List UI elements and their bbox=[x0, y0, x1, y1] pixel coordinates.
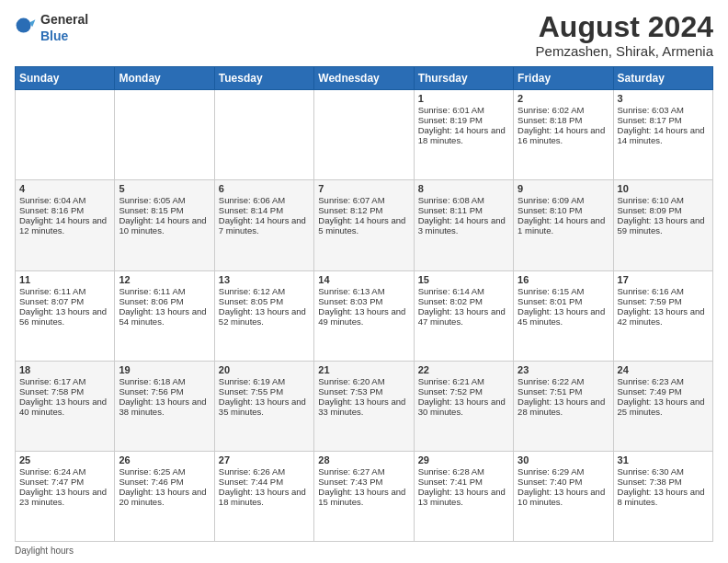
calendar-cell: 26Sunrise: 6:25 AMSunset: 7:46 PMDayligh… bbox=[115, 451, 214, 541]
calendar-cell: 22Sunrise: 6:21 AMSunset: 7:52 PMDayligh… bbox=[414, 361, 513, 451]
day-info: Sunset: 7:56 PM bbox=[119, 386, 210, 396]
day-info: Sunset: 8:16 PM bbox=[19, 205, 110, 215]
day-info: Sunrise: 6:25 AM bbox=[119, 466, 210, 477]
calendar-cell: 18Sunrise: 6:17 AMSunset: 7:58 PMDayligh… bbox=[16, 361, 115, 451]
calendar-cell: 16Sunrise: 6:15 AMSunset: 8:01 PMDayligh… bbox=[514, 270, 613, 361]
day-info: Sunset: 8:17 PM bbox=[618, 115, 709, 125]
title-block: August 2024 Pemzashen, Shirak, Armenia bbox=[536, 11, 713, 59]
day-number: 30 bbox=[518, 454, 609, 465]
calendar-cell: 24Sunrise: 6:23 AMSunset: 7:49 PMDayligh… bbox=[613, 361, 712, 451]
calendar-cell: 30Sunrise: 6:29 AMSunset: 7:40 PMDayligh… bbox=[514, 451, 613, 541]
day-info: Sunset: 8:03 PM bbox=[318, 296, 409, 306]
day-info: Daylight: 13 hours and 47 minutes. bbox=[418, 306, 509, 327]
day-info: Sunrise: 6:03 AM bbox=[618, 105, 709, 115]
day-info: Sunset: 7:41 PM bbox=[418, 477, 509, 487]
day-info: Daylight: 14 hours and 1 minute. bbox=[518, 215, 609, 236]
day-info: Sunset: 8:06 PM bbox=[119, 296, 210, 306]
day-info: Sunrise: 6:24 AM bbox=[19, 466, 110, 477]
day-info: Daylight: 13 hours and 18 minutes. bbox=[219, 487, 310, 507]
day-info: Daylight: 13 hours and 59 minutes. bbox=[618, 215, 709, 236]
day-number: 27 bbox=[219, 454, 310, 465]
day-info: Daylight: 14 hours and 5 minutes. bbox=[318, 215, 409, 236]
day-number: 23 bbox=[518, 364, 609, 375]
calendar-cell: 23Sunrise: 6:22 AMSunset: 7:51 PMDayligh… bbox=[514, 361, 613, 451]
day-info: Daylight: 14 hours and 14 minutes. bbox=[618, 125, 709, 145]
day-info: Sunset: 7:44 PM bbox=[219, 477, 310, 487]
day-number: 31 bbox=[618, 454, 709, 465]
day-info: Sunrise: 6:30 AM bbox=[618, 466, 709, 477]
calendar-cell: 17Sunrise: 6:16 AMSunset: 7:59 PMDayligh… bbox=[613, 270, 712, 361]
col-header-thursday: Thursday bbox=[414, 67, 513, 90]
logo: General Blue bbox=[15, 11, 88, 44]
day-info: Sunset: 7:59 PM bbox=[618, 296, 709, 306]
day-info: Daylight: 13 hours and 15 minutes. bbox=[318, 487, 409, 507]
logo-icon bbox=[15, 17, 37, 39]
calendar-cell: 27Sunrise: 6:26 AMSunset: 7:44 PMDayligh… bbox=[214, 451, 313, 541]
day-info: Sunset: 7:53 PM bbox=[318, 386, 409, 396]
day-info: Sunrise: 6:26 AM bbox=[219, 466, 310, 477]
day-info: Daylight: 14 hours and 10 minutes. bbox=[119, 215, 210, 236]
logo-blue: Blue bbox=[40, 29, 68, 43]
day-info: Daylight: 13 hours and 28 minutes. bbox=[518, 396, 609, 417]
month-year: August 2024 bbox=[536, 11, 713, 43]
day-number: 7 bbox=[318, 183, 409, 194]
day-info: Sunset: 7:55 PM bbox=[219, 386, 310, 396]
day-info: Sunrise: 6:15 AM bbox=[518, 286, 609, 296]
calendar-cell: 1Sunrise: 6:01 AMSunset: 8:19 PMDaylight… bbox=[414, 90, 513, 180]
day-number: 26 bbox=[119, 454, 210, 465]
day-number: 10 bbox=[618, 183, 709, 194]
day-info: Sunrise: 6:19 AM bbox=[219, 376, 310, 386]
day-number: 8 bbox=[418, 183, 509, 194]
day-info: Sunset: 7:49 PM bbox=[618, 386, 709, 396]
day-number: 11 bbox=[19, 274, 110, 285]
day-number: 6 bbox=[219, 183, 310, 194]
day-info: Sunset: 8:15 PM bbox=[119, 205, 210, 215]
col-header-friday: Friday bbox=[514, 67, 613, 90]
day-info: Daylight: 13 hours and 42 minutes. bbox=[618, 306, 709, 327]
day-number: 15 bbox=[418, 274, 509, 285]
calendar-week-row: 4Sunrise: 6:04 AMSunset: 8:16 PMDaylight… bbox=[16, 180, 713, 270]
calendar-cell: 11Sunrise: 6:11 AMSunset: 8:07 PMDayligh… bbox=[16, 270, 115, 361]
calendar-cell bbox=[16, 90, 115, 180]
day-number: 13 bbox=[219, 274, 310, 285]
calendar-table: SundayMondayTuesdayWednesdayThursdayFrid… bbox=[15, 66, 713, 542]
day-info: Daylight: 14 hours and 16 minutes. bbox=[518, 125, 609, 145]
calendar-cell: 2Sunrise: 6:02 AMSunset: 8:18 PMDaylight… bbox=[514, 90, 613, 180]
day-info: Sunrise: 6:20 AM bbox=[318, 376, 409, 386]
calendar-cell: 15Sunrise: 6:14 AMSunset: 8:02 PMDayligh… bbox=[414, 270, 513, 361]
calendar-week-row: 1Sunrise: 6:01 AMSunset: 8:19 PMDaylight… bbox=[16, 90, 713, 180]
day-info: Sunrise: 6:17 AM bbox=[19, 376, 110, 386]
calendar-cell: 14Sunrise: 6:13 AMSunset: 8:03 PMDayligh… bbox=[314, 270, 414, 361]
day-info: Daylight: 13 hours and 33 minutes. bbox=[318, 396, 409, 417]
day-info: Daylight: 13 hours and 49 minutes. bbox=[318, 306, 409, 327]
day-info: Daylight: 13 hours and 45 minutes. bbox=[518, 306, 609, 327]
day-number: 17 bbox=[618, 274, 709, 285]
day-info: Sunset: 8:02 PM bbox=[418, 296, 509, 306]
day-info: Sunrise: 6:21 AM bbox=[418, 376, 509, 386]
day-info: Sunrise: 6:11 AM bbox=[119, 286, 210, 296]
calendar-cell: 28Sunrise: 6:27 AMSunset: 7:43 PMDayligh… bbox=[314, 451, 414, 541]
day-info: Sunrise: 6:04 AM bbox=[19, 195, 110, 205]
day-info: Sunset: 8:18 PM bbox=[518, 115, 609, 125]
calendar-cell: 19Sunrise: 6:18 AMSunset: 7:56 PMDayligh… bbox=[115, 361, 214, 451]
calendar-week-row: 11Sunrise: 6:11 AMSunset: 8:07 PMDayligh… bbox=[16, 270, 713, 361]
day-number: 24 bbox=[618, 364, 709, 375]
day-info: Daylight: 13 hours and 54 minutes. bbox=[119, 306, 210, 327]
day-number: 25 bbox=[19, 454, 110, 465]
calendar-cell: 21Sunrise: 6:20 AMSunset: 7:53 PMDayligh… bbox=[314, 361, 414, 451]
day-number: 22 bbox=[418, 364, 509, 375]
day-info: Daylight: 13 hours and 30 minutes. bbox=[418, 396, 509, 417]
calendar-cell: 10Sunrise: 6:10 AMSunset: 8:09 PMDayligh… bbox=[613, 180, 712, 270]
day-info: Sunset: 7:52 PM bbox=[418, 386, 509, 396]
day-info: Daylight: 14 hours and 7 minutes. bbox=[219, 215, 310, 236]
calendar-cell: 9Sunrise: 6:09 AMSunset: 8:10 PMDaylight… bbox=[514, 180, 613, 270]
calendar-cell: 25Sunrise: 6:24 AMSunset: 7:47 PMDayligh… bbox=[16, 451, 115, 541]
day-info: Sunset: 8:11 PM bbox=[418, 205, 509, 215]
calendar-cell: 4Sunrise: 6:04 AMSunset: 8:16 PMDaylight… bbox=[16, 180, 115, 270]
day-number: 2 bbox=[518, 93, 609, 104]
location: Pemzashen, Shirak, Armenia bbox=[536, 43, 713, 59]
day-info: Daylight: 13 hours and 8 minutes. bbox=[618, 487, 709, 507]
calendar-cell bbox=[314, 90, 414, 180]
calendar-cell: 31Sunrise: 6:30 AMSunset: 7:38 PMDayligh… bbox=[613, 451, 712, 541]
day-number: 28 bbox=[318, 454, 409, 465]
